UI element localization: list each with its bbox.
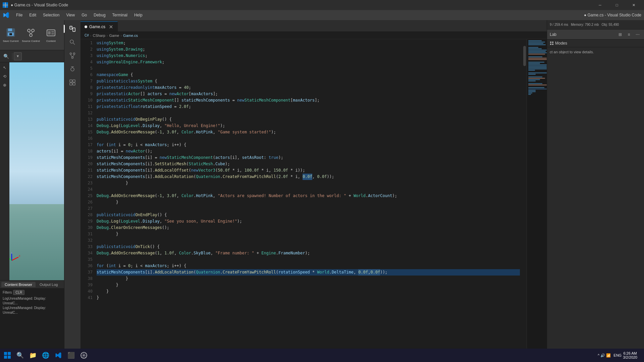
ue-right-panel: 9 / 259.4 ms Memory: 790.2 mb Obj: 55,49… xyxy=(547,20,644,362)
dropdown-icon[interactable]: ▼ xyxy=(14,52,22,60)
svg-rect-16 xyxy=(51,33,54,35)
clr-filter-button[interactable]: CLR xyxy=(13,290,24,295)
svg-rect-3 xyxy=(6,5,8,8)
svg-point-8 xyxy=(28,29,30,32)
taskbar-explorer-icon[interactable]: 📁 xyxy=(27,349,39,361)
svg-point-9 xyxy=(32,29,34,32)
minimap-content xyxy=(527,39,547,96)
svg-rect-0 xyxy=(3,2,5,5)
list-view-btn[interactable]: ≡ xyxy=(625,31,633,38)
ue-top-info: 9 / 259.4 ms Memory: 790.2 mb Obj: 55,49… xyxy=(547,20,644,29)
content-label: Content xyxy=(46,40,56,43)
titlebar-left: ● Game.cs - Visual Studio Code xyxy=(3,2,68,8)
extensions-activity-icon[interactable] xyxy=(66,76,78,88)
svg-rect-48 xyxy=(8,356,11,359)
select-tool-icon[interactable]: ↖ xyxy=(1,64,9,72)
menu-view[interactable]: View xyxy=(63,11,77,19)
svg-rect-42 xyxy=(552,42,553,43)
taskbar-search-icon[interactable]: 🔍 xyxy=(14,349,26,361)
svg-line-27 xyxy=(73,43,75,45)
line-numbers: 12345 678910 1112131415 1617181920 21222… xyxy=(80,39,94,355)
taskbar-ue-icon[interactable] xyxy=(78,349,90,361)
breadcrumb-cs-icon: C# xyxy=(85,34,89,37)
source-control-button[interactable]: Source Control xyxy=(21,23,40,47)
menu-help[interactable]: Help xyxy=(131,11,145,19)
svg-text:X: X xyxy=(19,254,20,257)
svg-point-30 xyxy=(72,57,73,59)
ue-detail-panel: ct an object to view details. xyxy=(547,47,644,362)
minimize-button[interactable]: ─ xyxy=(592,0,608,10)
modes-header: Modes xyxy=(547,40,644,47)
svg-point-10 xyxy=(30,34,32,37)
taskbar-terminal-icon[interactable]: ⬛ xyxy=(65,349,77,361)
svg-rect-41 xyxy=(550,42,551,43)
start-button[interactable] xyxy=(1,349,13,361)
save-current-button[interactable]: Save Current xyxy=(1,23,20,47)
svg-line-17 xyxy=(12,257,18,260)
scale-icon[interactable]: ⊕ xyxy=(1,81,9,89)
window-title: ● Game.cs - Visual Studio Code xyxy=(11,3,68,7)
scroll-thumb[interactable] xyxy=(523,46,526,66)
code-editor[interactable]: using System; using System.Drawing; usin… xyxy=(94,39,523,355)
taskbar-icons-system: ^ 🔊 📶 ENG xyxy=(598,353,622,358)
content-browser-icon xyxy=(46,28,56,39)
search-activity-icon[interactable] xyxy=(66,36,78,48)
win-titlebar: ● Game.cs - Visual Studio Code ─ □ ✕ xyxy=(0,0,644,10)
vscode-activity-bar xyxy=(64,20,80,362)
close-tab-icon[interactable] xyxy=(109,24,113,29)
menu-selection[interactable]: Selection xyxy=(40,11,62,19)
ue-viewport[interactable]: X Y Z ↖ ⟲ ⊕ xyxy=(0,62,64,280)
svg-rect-1 xyxy=(6,2,8,5)
system-tray-icons[interactable]: ^ 🔊 📶 xyxy=(598,353,611,358)
search-icon[interactable]: 🔍 xyxy=(1,52,11,61)
grid-view-btn[interactable]: ⊞ xyxy=(616,31,624,38)
keyboard-lang[interactable]: ENG xyxy=(613,353,622,357)
content-browser-tab[interactable]: Content Browser xyxy=(1,282,36,287)
menu-file[interactable]: File xyxy=(13,11,25,19)
menu-edit[interactable]: Edit xyxy=(26,11,39,19)
git-activity-icon[interactable] xyxy=(66,50,78,62)
save-current-label: Save Current xyxy=(3,40,18,43)
bottom-tab-bar: Content Browser Output Log xyxy=(0,281,64,289)
svg-rect-35 xyxy=(73,80,75,82)
close-button[interactable]: ✕ xyxy=(626,0,641,10)
menu-go[interactable]: Go xyxy=(79,11,90,19)
svg-rect-47 xyxy=(4,356,7,359)
debug-activity-icon[interactable] xyxy=(66,63,78,75)
svg-rect-2 xyxy=(3,5,5,8)
taskbar-vscode-icon[interactable] xyxy=(52,349,64,361)
transform-icon[interactable]: ⟲ xyxy=(1,72,9,80)
win-taskbar: 🔍 📁 🌐 ⬛ ^ 🔊 📶 ENG 6:26 AM 3/2/2020 xyxy=(0,349,644,362)
maximize-button[interactable]: □ xyxy=(609,0,625,10)
more-options-btn[interactable]: ⋯ xyxy=(634,31,641,38)
svg-line-11 xyxy=(29,32,31,34)
svg-rect-36 xyxy=(70,83,72,85)
svg-rect-44 xyxy=(552,44,553,45)
breadcrumb-file[interactable]: Game.cs xyxy=(123,34,138,38)
ue-bottom-panel: Content Browser Output Log Filters CLR L… xyxy=(0,280,64,354)
clock-time: 6:26 AM xyxy=(623,351,637,355)
menu-debug[interactable]: Debug xyxy=(91,11,108,19)
svg-rect-15 xyxy=(51,31,54,33)
editor-scrollbar[interactable] xyxy=(523,39,527,355)
output-log-tab[interactable]: Output Log xyxy=(36,282,61,287)
svg-rect-37 xyxy=(73,83,75,85)
source-control-icon xyxy=(26,28,36,39)
breadcrumb-game[interactable]: Game xyxy=(109,34,119,38)
content-browser-button[interactable]: Content xyxy=(42,23,60,47)
svg-rect-23 xyxy=(70,26,72,29)
save-current-icon xyxy=(6,28,15,39)
taskbar-right-area: ^ 🔊 📶 ENG 6:26 AM 3/2/2020 xyxy=(598,351,643,359)
taskbar-clock[interactable]: 6:26 AM 3/2/2020 xyxy=(623,351,637,359)
editor-minimap[interactable] xyxy=(527,39,547,355)
log-entry-1: LogUnrealManaged: Display: UnrealC... xyxy=(3,296,61,306)
taskbar-browser-icon[interactable]: 🌐 xyxy=(40,349,52,361)
window-controls: ─ □ ✕ xyxy=(592,0,641,10)
clock-date: 3/2/2020 xyxy=(623,355,637,359)
lab-label: Lab xyxy=(550,32,556,37)
breadcrumb-csharp[interactable]: CSharp xyxy=(93,34,105,38)
svg-point-31 xyxy=(71,68,74,71)
explorer-activity-icon[interactable] xyxy=(66,23,78,35)
menu-terminal[interactable]: Terminal xyxy=(110,11,130,19)
game-cs-tab[interactable]: Game.cs xyxy=(80,21,118,32)
